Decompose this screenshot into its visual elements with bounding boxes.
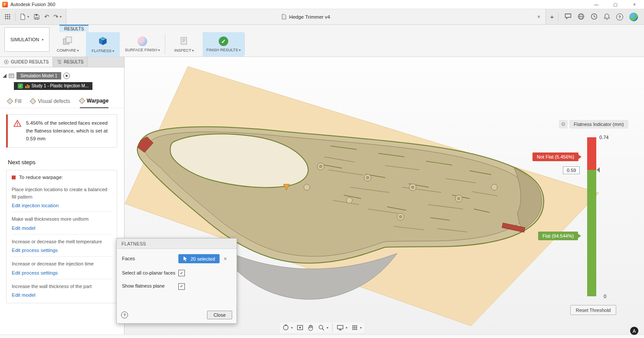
selection-count-label: 20 selected — [191, 256, 215, 262]
flat-bar-segment — [587, 170, 596, 296]
assistant-button[interactable]: A — [630, 327, 638, 335]
indicator-max-value: 0.74 — [599, 135, 608, 140]
tree-item-simulation-model[interactable]: Simulation Model 1 — [16, 72, 61, 80]
tab-label: Visual defects — [38, 98, 70, 104]
tool-finish-results[interactable]: ✓ FINISH RESULTS▾ — [203, 32, 244, 56]
result-diamond-icon — [79, 98, 85, 104]
app-title: Autodesk Fusion 360 — [10, 2, 55, 7]
step-description: Make wall thicknesses more uniform — [12, 215, 112, 223]
tab-guided-results[interactable]: GUIDED RESULTS — [0, 57, 53, 67]
web-globe-icon[interactable] — [578, 13, 585, 21]
result-diamond-icon — [7, 98, 13, 104]
grid-display-icon — [352, 324, 358, 331]
faces-row: Faces 20 selected × — [122, 254, 231, 263]
dialog-close-button[interactable]: Close — [207, 311, 232, 319]
reset-threshold-button[interactable]: Reset Threshold — [570, 305, 616, 315]
indicator-settings-gear-icon[interactable]: ⚙ — [559, 120, 568, 129]
dropdown-icon: ▾ — [239, 48, 240, 52]
step-action-link[interactable]: Edit model — [12, 225, 112, 231]
simulation-model-icon — [9, 73, 14, 79]
appbar-right-icons: ? — [559, 13, 644, 21]
document-icon — [282, 14, 286, 20]
check-icon: ✓ — [180, 271, 183, 275]
redo-button[interactable]: ↷ ▾ — [53, 14, 62, 20]
app-grid-icon[interactable] — [4, 13, 11, 20]
tab-visual-defects[interactable]: Visual defects — [31, 98, 70, 108]
step-action-link[interactable]: Edit process settings — [12, 270, 112, 275]
tab-results[interactable]: RESULTS — [59, 25, 89, 32]
workspace-selector[interactable]: SIMULATION ▾ — [4, 27, 49, 52]
tab-label: RESULTS — [64, 60, 83, 64]
dropdown-icon: ▾ — [158, 48, 160, 52]
step-action-link[interactable]: Edit process settings — [12, 248, 112, 253]
dropdown-icon: ▾ — [112, 49, 114, 53]
flat-label: Flat (94.544%) — [542, 233, 574, 239]
look-at-button[interactable] — [296, 324, 303, 331]
badge-arrow — [578, 155, 582, 159]
tool-compare[interactable]: COMPARE▾ — [49, 32, 86, 56]
threshold-drag-handle[interactable] — [597, 167, 600, 172]
minimize-button[interactable]: — — [587, 0, 606, 9]
step-description: Increase or decrease the melt temperatur… — [12, 238, 112, 245]
coplanar-label: Select all co-planar faces — [122, 270, 178, 276]
dialog-title[interactable]: FLATNESS — [117, 239, 237, 249]
faces-label: Faces — [122, 255, 178, 262]
feedback-comment-icon[interactable] — [565, 13, 572, 20]
reduce-warpage-heading: To reduce warpage: — [12, 175, 112, 180]
user-avatar[interactable] — [629, 13, 638, 21]
flatness-color-bar[interactable] — [587, 137, 596, 296]
coplanar-checkbox[interactable]: ✓ — [178, 270, 185, 276]
step-action-link[interactable]: Edit model — [12, 292, 112, 298]
tree-item-study[interactable]: ✓ Study 1 - Plastic Injection M... — [14, 82, 92, 90]
application-bar: ▾ ↶ ↷ ▾ Hedge Trimmer v4 × + — [0, 9, 644, 25]
quick-access-toolbar: ▾ ↶ ↷ ▾ — [0, 13, 66, 21]
grid-display-button[interactable]: ▾ — [352, 324, 362, 331]
clear-selection-icon[interactable]: × — [223, 255, 227, 262]
faces-selection-button[interactable]: 20 selected — [178, 254, 220, 263]
close-window-button[interactable]: × — [625, 0, 644, 9]
tool-label: FINISH RESULTS▾ — [207, 48, 241, 52]
orbit-icon — [282, 324, 289, 331]
warning-message: 5.456% of the selected faces exceed the … — [26, 119, 108, 142]
tool-flatness[interactable]: FLATNESS▾ — [86, 32, 120, 56]
file-menu-button[interactable]: ▾ — [20, 13, 29, 20]
display-settings-icon — [337, 324, 344, 331]
pan-hand-icon — [307, 324, 314, 331]
next-step-item: Make wall thicknesses more uniform Edit … — [12, 212, 112, 235]
tool-surface-finish[interactable]: SURFACE FINISH▾ — [120, 32, 165, 56]
expander-icon[interactable] — [3, 74, 7, 78]
step-description: Place injection locations to create a ba… — [12, 186, 112, 200]
tab-label: Warpage — [87, 98, 108, 104]
step-action-link[interactable]: Edit injection location — [12, 203, 112, 208]
pan-button[interactable] — [307, 324, 314, 331]
model-visibility-radio[interactable] — [63, 73, 70, 79]
file-icon — [20, 13, 26, 20]
show-plane-checkbox[interactable]: ✓ — [178, 283, 185, 290]
help-icon[interactable]: ? — [616, 13, 623, 20]
dropdown-icon: ▾ — [360, 326, 362, 330]
orbit-button[interactable]: ▾ — [282, 324, 292, 331]
display-settings-button[interactable]: ▾ — [337, 324, 348, 331]
results-browser-panel: GUIDED RESULTS RESULTS Simulation Model … — [0, 57, 125, 335]
result-diamond-icon — [30, 98, 36, 104]
dialog-help-icon[interactable]: ? — [121, 311, 128, 318]
new-document-tab-button[interactable]: + — [546, 13, 558, 20]
next-step-item: Increase the wall thickness of the part … — [12, 279, 112, 302]
tab-warpage[interactable]: Warpage — [80, 98, 108, 108]
undo-button[interactable]: ↶ — [44, 14, 49, 20]
flatness-dialog[interactable]: FLATNESS Faces 20 selected × Select all … — [116, 238, 237, 324]
tool-inspect[interactable]: INSPECT▾ — [165, 32, 203, 56]
tab-fill[interactable]: Fill — [8, 98, 21, 108]
save-button[interactable] — [33, 13, 40, 20]
document-tab[interactable]: Hedge Trimmer v4 × — [66, 9, 546, 24]
notifications-bell-icon[interactable] — [604, 13, 610, 21]
threshold-value-box[interactable]: 0.59 — [563, 166, 580, 174]
close-document-icon[interactable]: × — [537, 14, 540, 20]
maximize-button[interactable]: ▢ — [606, 0, 625, 9]
tab-results-list[interactable]: RESULTS — [53, 57, 88, 67]
look-at-icon — [296, 324, 303, 331]
zoom-button[interactable]: ▾ — [318, 324, 328, 331]
next-steps-heading: Next steps — [8, 159, 124, 166]
job-status-clock-icon[interactable] — [591, 13, 598, 21]
zoom-magnifier-icon — [318, 324, 325, 331]
